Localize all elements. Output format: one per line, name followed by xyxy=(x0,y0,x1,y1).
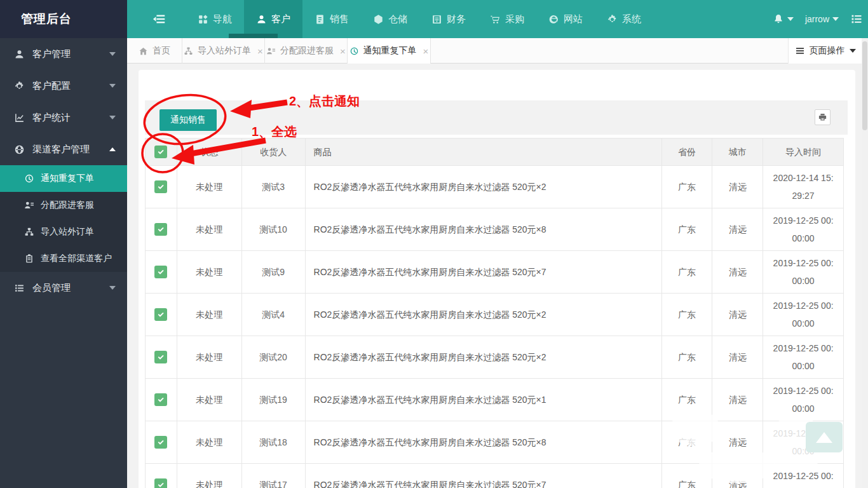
row-checkbox[interactable] xyxy=(154,180,167,193)
nav-item-navigation[interactable]: 导航 xyxy=(186,0,244,38)
hamburger-icon xyxy=(795,46,805,56)
sidebar-item-customer-management[interactable]: 客户管理 xyxy=(0,38,127,70)
sidebar-item-notify-repeat-order[interactable]: 通知重复下单 xyxy=(0,165,127,192)
receiver-cell: 测试20 xyxy=(242,336,306,378)
import-time-cell: 2019-12-25 00:00:00 xyxy=(763,379,843,421)
page-actions-button[interactable]: 页面操作 xyxy=(788,38,862,64)
province-cell: 广东 xyxy=(662,294,713,336)
import-time-cell: 2019-12-25 00:00:00 xyxy=(763,464,843,488)
close-icon[interactable]: × xyxy=(340,46,346,57)
province-cell: 广东 xyxy=(662,421,713,463)
sidebar-item-channel-customer-management[interactable]: 渠道客户管理 xyxy=(0,133,127,165)
nav-item-customer[interactable]: 客户 xyxy=(244,0,302,38)
notify-sales-button[interactable]: 通知销售 xyxy=(159,109,217,131)
product-cell: RO2反渗透净水器五代纯水家用厨房自来水过滤器 520元×2 xyxy=(306,294,662,336)
notifications-dropdown[interactable] xyxy=(773,13,794,25)
status-cell: 未处理 xyxy=(177,336,242,378)
city-cell: 清远 xyxy=(712,336,763,378)
header-product: 商品 xyxy=(306,139,662,165)
table-row: 未处理 测试10 RO2反渗透净水器五代纯水家用厨房自来水过滤器 520元×8 … xyxy=(146,208,843,251)
nav-item-system[interactable]: 系统 xyxy=(595,0,653,38)
chevron-down-icon xyxy=(850,49,856,53)
sidebar-collapse-button[interactable] xyxy=(145,0,174,38)
check-icon xyxy=(156,353,165,362)
user-lines-icon xyxy=(266,46,276,56)
content-card: 通知销售 状态 收货人 商品 省份 城市 导入时间 未处理 测试3 RO2反渗透… xyxy=(139,70,855,488)
nav-item-sales[interactable]: 销售 xyxy=(302,0,361,38)
row-checkbox[interactable] xyxy=(154,308,167,321)
receiver-cell: 测试9 xyxy=(242,251,306,293)
header-city: 城市 xyxy=(712,139,763,165)
sidebar-item-customer-stats[interactable]: 客户统计 xyxy=(0,102,127,133)
nav-item-purchase[interactable]: 采购 xyxy=(478,0,536,38)
file-icon xyxy=(315,14,325,25)
username: jarrow xyxy=(805,14,829,24)
city-cell: 清远 xyxy=(712,251,763,293)
sidebar-item-assign-followup-service[interactable]: 分配跟进客服 xyxy=(0,192,127,219)
annotation-step2: 2、点击通知 xyxy=(289,93,360,110)
back-to-top-button[interactable] xyxy=(806,422,843,452)
header-province: 省份 xyxy=(662,139,713,165)
nav-item-finance[interactable]: 财务 xyxy=(419,0,478,38)
clipboard-icon xyxy=(24,254,34,264)
loading-bar xyxy=(229,34,278,38)
product-cell: RO2反渗透净水器五代纯水家用厨房自来水过滤器 520元×7 xyxy=(306,464,662,488)
row-checkbox[interactable] xyxy=(154,478,167,488)
scrollbar[interactable] xyxy=(862,38,868,488)
tab-notify-repeat-order[interactable]: 通知重复下单 × xyxy=(348,38,431,64)
row-checkbox[interactable] xyxy=(154,266,167,278)
chevron-down-icon xyxy=(109,52,116,56)
more-menu-button[interactable] xyxy=(850,13,863,25)
gear-icon xyxy=(14,81,25,92)
scrollbar-thumb[interactable] xyxy=(862,41,867,130)
sidebar-item-member-management[interactable]: 会员管理 xyxy=(0,272,127,304)
main-content: 通知销售 状态 收货人 商品 省份 城市 导入时间 未处理 测试3 RO2反渗透… xyxy=(127,64,868,488)
receiver-cell: 测试3 xyxy=(242,166,306,208)
import-time-cell: 2019-12-25 00:00:00 xyxy=(763,336,843,378)
province-cell: 广东 xyxy=(662,336,713,378)
sidebar-item-view-all-channel-customers[interactable]: 查看全部渠道客户 xyxy=(0,245,127,272)
table-row: 未处理 测试3 RO2反渗透净水器五代纯水家用厨房自来水过滤器 520元×2 广… xyxy=(146,166,843,208)
row-checkbox[interactable] xyxy=(154,393,167,406)
city-cell: 清远 xyxy=(712,421,763,463)
nav-item-website[interactable]: 网站 xyxy=(536,0,595,38)
tab-assign-followup-service[interactable]: 分配跟进客服 × xyxy=(265,38,348,64)
row-checkbox[interactable] xyxy=(154,436,167,449)
province-cell: 广东 xyxy=(662,464,713,488)
row-checkbox[interactable] xyxy=(154,351,167,363)
user-dropdown[interactable]: jarrow xyxy=(805,14,839,24)
import-time-cell: 2019-12-25 00:00:00 xyxy=(763,294,843,336)
select-all-checkbox[interactable] xyxy=(154,146,167,158)
status-cell: 未处理 xyxy=(177,379,242,421)
table-row: 未处理 测试4 RO2反渗透净水器五代纯水家用厨房自来水过滤器 520元×2 广… xyxy=(146,294,843,336)
receiver-cell: 测试17 xyxy=(242,464,306,488)
chevron-down-icon xyxy=(109,286,116,290)
nav-item-warehouse[interactable]: 仓储 xyxy=(361,0,419,38)
sidebar-item-customer-config[interactable]: 客户配置 xyxy=(0,70,127,102)
check-icon xyxy=(156,268,165,276)
clock-icon xyxy=(24,173,34,184)
check-icon xyxy=(156,395,165,404)
print-button[interactable] xyxy=(815,109,831,125)
annotation-step1: 1、全选 xyxy=(252,123,297,140)
e-icon xyxy=(548,14,559,25)
province-cell: 广东 xyxy=(662,379,713,421)
sidebar-item-import-external-orders[interactable]: 导入站外订单 xyxy=(0,219,127,245)
status-cell: 未处理 xyxy=(177,208,242,250)
chevron-down-icon xyxy=(109,84,116,88)
tab-import-external-orders[interactable]: 导入站外订单 × xyxy=(182,38,265,64)
row-checkbox[interactable] xyxy=(154,223,167,236)
gear-icon xyxy=(607,14,618,25)
printer-icon xyxy=(818,112,827,122)
bell-icon xyxy=(773,13,784,25)
close-icon[interactable]: × xyxy=(257,46,263,57)
navbar-right: jarrow xyxy=(773,0,863,38)
sitemap-icon xyxy=(184,46,193,56)
close-icon[interactable]: × xyxy=(423,46,429,57)
check-icon xyxy=(156,182,165,191)
city-cell: 清远 xyxy=(712,166,763,208)
province-cell: 广东 xyxy=(662,166,713,208)
receiver-cell: 测试4 xyxy=(242,294,306,336)
tab-home[interactable]: 首页 xyxy=(127,38,182,64)
hexagon-icon xyxy=(373,14,384,25)
